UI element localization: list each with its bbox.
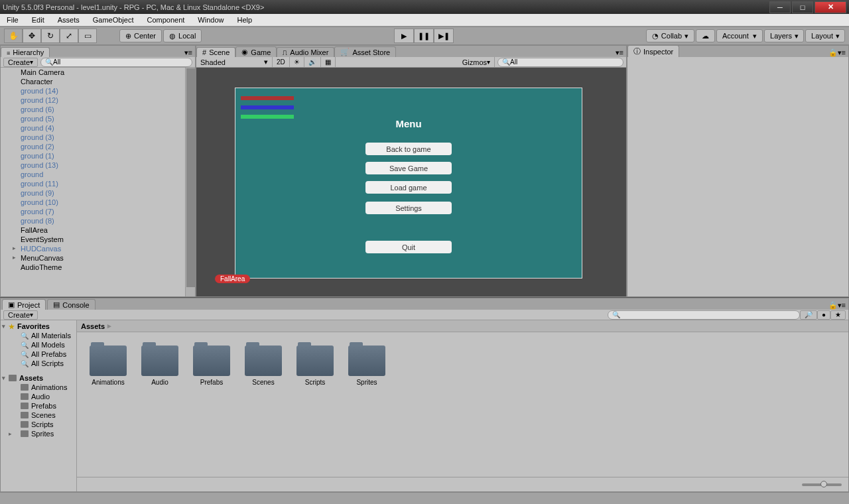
hierarchy-item[interactable]: FallArea — [1, 225, 195, 235]
collab-button[interactable]: ◔Collab▾ — [646, 29, 694, 42]
asset-grid[interactable]: AnimationsAudioPrefabsScenesScriptsSprit… — [77, 332, 848, 477]
scene-options-icon[interactable]: ▾≡ — [613, 48, 626, 57]
hierarchy-item[interactable]: ground (2) — [1, 142, 195, 151]
assets-header[interactable]: Assets — [1, 373, 76, 383]
layers-button[interactable]: Layers▾ — [764, 29, 804, 42]
hierarchy-item[interactable]: AudioTheme — [1, 263, 195, 272]
tree-folder[interactable]: Prefabs — [1, 401, 76, 410]
project-breadcrumb[interactable]: Assets ▸ — [77, 320, 848, 332]
asset-folder[interactable]: Animations — [89, 346, 127, 386]
search-filter-type-icon[interactable]: ● — [817, 310, 830, 320]
asset-folder[interactable]: Audio — [141, 346, 179, 386]
scene-viewport[interactable]: Menu Back to game Save Game Load game Se… — [196, 68, 626, 296]
menu-help[interactable]: Help — [230, 15, 259, 25]
hierarchy-search-input[interactable]: 🔍All — [40, 58, 192, 67]
hierarchy-item[interactable]: Character — [1, 77, 195, 86]
menu-gameobject[interactable]: GameObject — [86, 15, 141, 25]
gizmos-dropdown[interactable]: Gizmos ▾ — [458, 57, 495, 67]
hierarchy-options-icon[interactable]: ▾≡ — [182, 48, 195, 57]
tree-folder[interactable]: Scripts — [1, 420, 76, 429]
asset-store-tab[interactable]: 🛒 Asset Store — [334, 46, 396, 57]
hierarchy-item[interactable]: ground (13) — [1, 160, 195, 170]
hierarchy-create-button[interactable]: Create ▾ — [3, 58, 38, 67]
project-tree[interactable]: ★Favorites 🔍All Materials🔍All Models🔍All… — [1, 320, 77, 491]
asset-folder[interactable]: Prefabs — [192, 346, 231, 386]
project-search-input[interactable]: 🔍 — [608, 310, 800, 320]
hierarchy-item[interactable]: Main Camera — [1, 68, 195, 77]
tree-folder[interactable]: Animations — [1, 383, 76, 392]
hierarchy-item[interactable]: MenuCanvas — [1, 253, 195, 263]
step-button[interactable]: ▶❚ — [434, 29, 454, 43]
lighting-toggle[interactable]: ☀ — [290, 57, 304, 67]
favorite-item[interactable]: 🔍All Prefabs — [1, 349, 76, 359]
cloud-button[interactable]: ☁ — [696, 29, 715, 42]
window-maximize-button[interactable]: □ — [792, 1, 813, 13]
hierarchy-item[interactable]: ground (1) — [1, 151, 195, 160]
fx-toggle[interactable]: ▦ — [321, 57, 336, 67]
search-filter-asset-icon[interactable]: 🔎 — [800, 310, 817, 320]
favorites-header[interactable]: ★Favorites — [1, 322, 76, 331]
hierarchy-item[interactable]: ground (8) — [1, 216, 195, 225]
status-bar — [0, 492, 849, 504]
window-minimize-button[interactable]: ─ — [769, 1, 791, 13]
layout-button[interactable]: Layout▾ — [805, 29, 845, 42]
account-button[interactable]: Account▾ — [716, 29, 763, 42]
project-tab[interactable]: ▣ Project — [2, 299, 46, 310]
hierarchy-item[interactable]: ground (9) — [1, 188, 195, 198]
favorite-item[interactable]: 🔍All Scripts — [1, 359, 76, 368]
hierarchy-item[interactable]: ground — [1, 170, 195, 179]
asset-folder[interactable]: Sprites — [348, 346, 386, 386]
hierarchy-item[interactable]: ground (3) — [1, 133, 195, 142]
menu-window[interactable]: Window — [191, 15, 230, 25]
play-button[interactable]: ▶ — [394, 29, 414, 43]
asset-folder[interactable]: Scripts — [296, 346, 334, 386]
menu-edit[interactable]: Edit — [25, 15, 51, 25]
audio-toggle[interactable]: 🔊 — [304, 57, 321, 67]
tree-folder[interactable]: Scenes — [1, 410, 76, 420]
game-tab[interactable]: ◉ Game — [235, 46, 277, 57]
scene-tab[interactable]: # Scene — [196, 47, 235, 57]
hierarchy-item[interactable]: ground (10) — [1, 198, 195, 207]
asset-folder[interactable]: Scenes — [244, 346, 283, 386]
2d-toggle[interactable]: 2D — [273, 57, 290, 67]
asset-size-slider[interactable] — [802, 483, 842, 486]
hierarchy-item[interactable]: ground (11) — [1, 179, 195, 188]
inspector-lock-icon[interactable]: 🔒▾≡ — [826, 48, 848, 57]
scale-tool-button[interactable]: ⤢ — [60, 29, 78, 43]
window-close-button[interactable]: ✕ — [815, 1, 846, 13]
hierarchy-item[interactable]: ground (4) — [1, 123, 195, 133]
inspector-tab[interactable]: ⓘ Inspector — [627, 45, 679, 57]
project-create-button[interactable]: Create ▾ — [3, 310, 38, 320]
render-mode-dropdown[interactable]: Shaded▾ — [196, 57, 273, 67]
folder-icon — [21, 384, 29, 391]
hierarchy-item[interactable]: ground (5) — [1, 114, 195, 123]
audio-mixer-tab[interactable]: ⎍ Audio Mixer — [277, 47, 334, 57]
move-tool-button[interactable]: ✥ — [23, 29, 41, 43]
hierarchy-item[interactable]: ground (6) — [1, 105, 195, 114]
console-tab[interactable]: ▤ Console — [47, 299, 95, 310]
hierarchy-scrollbar[interactable] — [185, 68, 195, 296]
hierarchy-list[interactable]: Main CameraCharacterground (14)ground (1… — [1, 68, 195, 296]
pause-button[interactable]: ❚❚ — [414, 29, 434, 43]
favorite-item[interactable]: 🔍All Models — [1, 340, 76, 349]
hierarchy-item[interactable]: ground (14) — [1, 86, 195, 95]
favorite-item[interactable]: 🔍All Materials — [1, 331, 76, 340]
hand-tool-button[interactable]: ✋ — [4, 29, 23, 43]
tree-folder[interactable]: ▸Sprites — [1, 429, 76, 438]
pivot-center-button[interactable]: ⊕Center — [119, 29, 162, 42]
hierarchy-tab[interactable]: Hierarchy — [1, 47, 50, 57]
menu-component[interactable]: Component — [140, 15, 191, 25]
pivot-local-button[interactable]: ◍Local — [163, 29, 202, 42]
hierarchy-item[interactable]: ground (7) — [1, 207, 195, 216]
menu-file[interactable]: File — [0, 15, 25, 25]
hierarchy-item[interactable]: HUDCanvas — [1, 244, 195, 253]
tree-folder[interactable]: Audio — [1, 392, 76, 401]
scene-search-input[interactable]: 🔍All — [497, 58, 623, 67]
hierarchy-item[interactable]: ground (12) — [1, 95, 195, 105]
project-lock-icon[interactable]: 🔒▾≡ — [826, 301, 848, 310]
menu-assets[interactable]: Assets — [51, 15, 86, 25]
rotate-tool-button[interactable]: ↻ — [41, 29, 60, 43]
hierarchy-item[interactable]: EventSystem — [1, 235, 195, 244]
rect-tool-button[interactable]: ▭ — [78, 29, 97, 43]
search-filter-star-icon[interactable]: ★ — [830, 310, 846, 320]
